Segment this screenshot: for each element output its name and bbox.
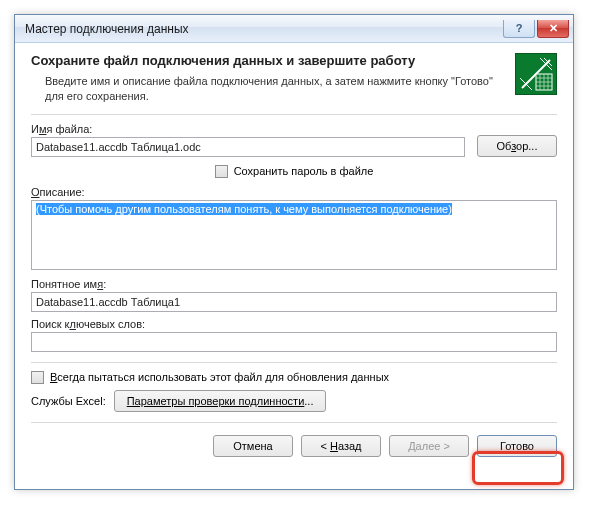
titlebar-buttons: ? ✕ <box>503 20 573 38</box>
always-use-row: Всегда пытаться использовать этот файл д… <box>31 371 557 384</box>
browse-button[interactable]: Обзор... <box>477 135 557 157</box>
save-password-checkbox[interactable] <box>215 165 228 178</box>
friendly-name-input[interactable] <box>31 292 557 312</box>
help-icon: ? <box>516 22 523 34</box>
save-password-row: Сохранить пароль в файле <box>31 165 557 178</box>
footer-buttons: Отмена < Назад Далее > Готово <box>31 422 557 457</box>
finish-button[interactable]: Готово <box>477 435 557 457</box>
excel-services-label: Службы Excel: <box>31 395 106 407</box>
keywords-input[interactable] <box>31 332 557 352</box>
next-button: Далее > <box>389 435 469 457</box>
titlebar: Мастер подключения данных ? ✕ <box>15 15 573 43</box>
window-title: Мастер подключения данных <box>25 22 503 36</box>
content-area: Сохраните файл подключения данных и заве… <box>15 43 573 469</box>
separator <box>31 362 557 363</box>
description-value: (Чтобы помочь другим пользователям понят… <box>36 203 452 215</box>
keywords-label: Поиск ключевых слов: <box>31 318 557 330</box>
wizard-description: Введите имя и описание файла подключения… <box>31 74 507 104</box>
connection-icon <box>515 53 557 95</box>
back-button[interactable]: < Назад <box>301 435 381 457</box>
filename-input[interactable] <box>31 137 465 157</box>
close-icon: ✕ <box>549 23 558 34</box>
save-password-label: Сохранить пароль в файле <box>234 165 374 177</box>
separator <box>31 114 557 115</box>
cancel-button[interactable]: Отмена <box>213 435 293 457</box>
wizard-title: Сохраните файл подключения данных и заве… <box>31 53 507 68</box>
wizard-header-text: Сохраните файл подключения данных и заве… <box>31 53 507 104</box>
wizard-header: Сохраните файл подключения данных и заве… <box>31 53 557 104</box>
description-label: Описание: <box>31 186 557 198</box>
description-textarea[interactable]: (Чтобы помочь другим пользователям понят… <box>31 200 557 270</box>
dialog-window: Мастер подключения данных ? ✕ Сохраните … <box>14 14 574 490</box>
always-use-checkbox[interactable] <box>31 371 44 384</box>
close-button[interactable]: ✕ <box>537 20 569 38</box>
auth-settings-button[interactable]: Параметры проверки подлинности... <box>114 390 327 412</box>
filename-section: Имя файла: Обзор... <box>31 123 557 157</box>
excel-services-row: Службы Excel: Параметры проверки подлинн… <box>31 390 557 412</box>
always-use-label: Всегда пытаться использовать этот файл д… <box>50 371 389 383</box>
help-button[interactable]: ? <box>503 20 535 38</box>
filename-label: Имя файла: <box>31 123 465 135</box>
friendly-name-label: Понятное имя: <box>31 278 557 290</box>
